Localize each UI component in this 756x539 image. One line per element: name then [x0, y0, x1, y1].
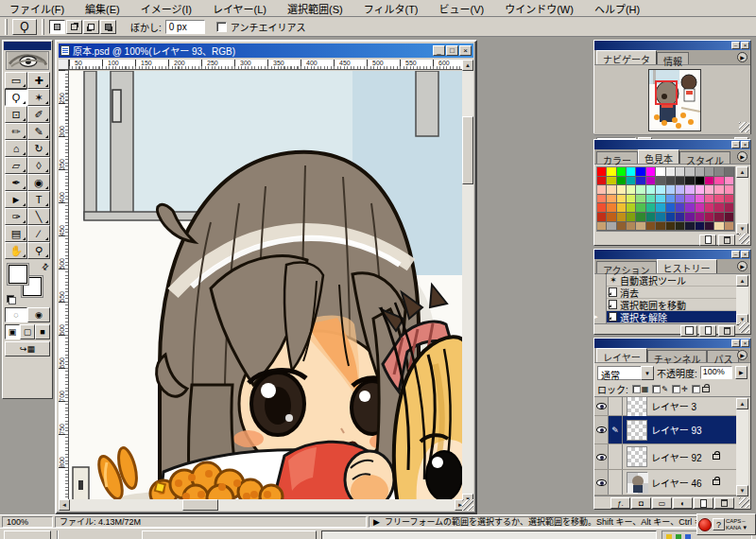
vertical-scroll-thumb[interactable] [462, 116, 473, 184]
color-swatch[interactable] [685, 167, 695, 177]
color-swatch[interactable] [714, 222, 724, 232]
chevron-down-icon[interactable]: ▼ [641, 366, 654, 380]
new-layer-button[interactable] [694, 497, 713, 509]
opacity-value-field[interactable]: 100% [700, 366, 732, 379]
color-swatch[interactable] [714, 177, 724, 186]
color-swatch[interactable] [705, 213, 714, 222]
minimize-icon[interactable]: – [731, 42, 740, 49]
color-swatch[interactable] [627, 185, 636, 195]
color-swatch[interactable] [705, 195, 714, 204]
color-swatch[interactable] [627, 167, 636, 177]
color-swatch[interactable] [646, 167, 656, 177]
delete-state-button[interactable] [718, 325, 735, 337]
lock-position-checkbox[interactable] [672, 385, 680, 393]
layers-tab-2[interactable]: パス [707, 350, 739, 362]
color-swatch[interactable] [617, 177, 627, 186]
fullscreen-menubar-button[interactable]: ▢ [20, 324, 35, 339]
pencil-tool[interactable]: ✏ [5, 123, 27, 140]
airbrush-tool[interactable]: ✐ [27, 106, 50, 123]
layer-row-0[interactable]: レイヤー 3 [594, 397, 737, 416]
feather-input[interactable]: 0 px [165, 20, 205, 34]
vertical-scrollbar[interactable]: ▲ ▼ [462, 60, 473, 505]
ime-help-button[interactable]: ? [713, 518, 725, 530]
color-swatch[interactable] [714, 167, 724, 177]
color-swatch[interactable] [676, 195, 685, 204]
color-swatch[interactable] [656, 213, 665, 222]
color-swatch[interactable] [627, 203, 636, 213]
clone-stamp-tool[interactable]: ⌂ [5, 140, 27, 157]
window-resize-grip[interactable] [462, 499, 473, 511]
paint-bucket-tool[interactable]: ◊ [27, 157, 50, 174]
menu-item-0[interactable]: ファイル(F) [9, 1, 64, 16]
type-tool[interactable]: T [27, 191, 50, 208]
color-swatch[interactable] [597, 213, 607, 222]
close-icon[interactable]: × [741, 251, 749, 258]
close-icon[interactable]: × [741, 42, 749, 49]
color-swatch[interactable] [725, 203, 734, 213]
visibility-cell[interactable] [594, 397, 609, 415]
history-source-cell[interactable] [594, 274, 607, 287]
color-swatch[interactable] [636, 195, 645, 204]
color-swatch[interactable] [636, 222, 645, 232]
color-swatch[interactable] [666, 203, 676, 213]
color-swatch[interactable] [725, 222, 734, 232]
menu-item-8[interactable]: ヘルプ(H) [594, 1, 640, 16]
color-swatch[interactable] [597, 203, 607, 213]
color-swatch[interactable] [666, 195, 676, 204]
navigator-tab-1[interactable]: 情報 [657, 52, 689, 64]
zoom-percent-field[interactable]: 100% [2, 516, 53, 528]
zoom-tool[interactable]: ⚲ [27, 242, 50, 259]
new-document-from-state-button[interactable] [680, 325, 697, 337]
lock-all-checkbox[interactable] [692, 385, 700, 393]
color-swatch[interactable] [676, 203, 685, 213]
layers-scrollbar[interactable]: ▲ ▼ [736, 398, 748, 496]
selection-mode-subtract-button[interactable] [83, 20, 99, 34]
adjustment-layer-button[interactable]: ◐ [673, 497, 693, 509]
color-swatch[interactable] [636, 177, 645, 186]
color-swatch[interactable] [685, 213, 695, 222]
color-swatch[interactable] [636, 203, 645, 213]
color-swatch[interactable] [705, 203, 714, 213]
color-swatch[interactable] [607, 167, 616, 177]
swatches-tab-0[interactable]: カラー [596, 151, 638, 164]
notes-tool[interactable]: ▤ [5, 225, 27, 242]
color-swatch[interactable] [636, 213, 645, 222]
swatches-menu-icon[interactable]: ▶ [737, 151, 747, 162]
close-icon[interactable]: × [741, 141, 749, 148]
color-swatch[interactable] [666, 167, 676, 177]
ime-minimize-icon[interactable]: – [742, 518, 747, 525]
crop-tool[interactable]: ⊡ [5, 106, 27, 123]
active-task-button[interactable] [321, 530, 657, 539]
standard-mode-button[interactable]: ◌ [5, 307, 27, 322]
color-swatch[interactable] [627, 222, 636, 232]
layers-tab-1[interactable]: チャンネル [647, 350, 708, 362]
color-swatch[interactable] [676, 167, 685, 177]
maximize-button[interactable]: □ [446, 45, 458, 56]
ime-status-icon[interactable] [698, 518, 712, 531]
color-swatch[interactable] [597, 167, 607, 177]
lasso-tool[interactable]: Ϙ [5, 89, 27, 106]
history-source-cell[interactable] [594, 299, 607, 311]
color-swatch[interactable] [714, 185, 724, 195]
menu-item-6[interactable]: ビュー(V) [439, 1, 485, 16]
color-swatch[interactable] [696, 203, 705, 213]
color-swatch[interactable] [646, 213, 656, 222]
color-swatch[interactable] [646, 195, 656, 204]
path-select-tool[interactable]: ► [5, 191, 27, 208]
menu-item-4[interactable]: 選択範囲(S) [287, 1, 343, 16]
palette-resize-grip[interactable] [739, 234, 749, 244]
color-swatch[interactable] [597, 195, 607, 204]
visibility-cell[interactable] [594, 444, 609, 469]
color-swatch[interactable] [636, 185, 645, 195]
color-swatch[interactable] [676, 177, 685, 186]
selection-mode-add-button[interactable] [66, 20, 82, 34]
canvas[interactable] [69, 71, 466, 505]
ime-mode-indicators[interactable]: CAPS KANA [726, 518, 741, 531]
standard-screen-button[interactable]: ▣ [5, 324, 20, 339]
menu-item-5[interactable]: フィルタ(T) [364, 1, 419, 16]
swatches-tab-2[interactable]: スタイル [679, 151, 730, 164]
color-swatch[interactable] [617, 222, 627, 232]
color-swatch[interactable] [705, 177, 714, 186]
history-brush-tool[interactable]: ↻ [27, 140, 50, 157]
color-swatch[interactable] [725, 167, 734, 177]
